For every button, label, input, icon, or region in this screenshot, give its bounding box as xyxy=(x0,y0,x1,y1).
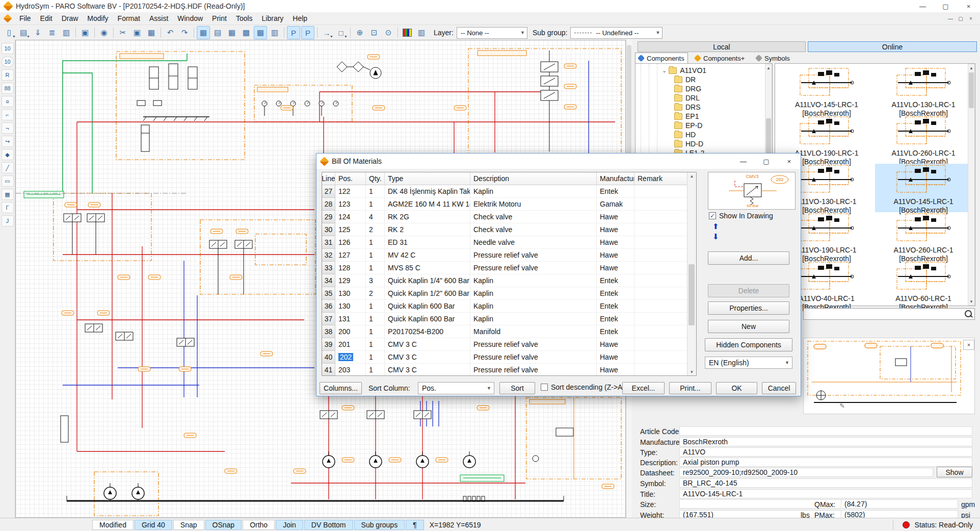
bom-cell-qty[interactable]: 1 xyxy=(366,364,385,376)
bom-cell-rem[interactable] xyxy=(634,211,687,223)
bom-table-row[interactable]: 301252RK 2Check valveHawe xyxy=(322,223,696,236)
scroll-up-icon[interactable]: ▲ xyxy=(765,64,772,71)
undo-icon[interactable]: ↶ xyxy=(164,26,177,39)
bom-cell-type[interactable]: CMV 3 C xyxy=(385,351,470,364)
bom-table-row[interactable]: 341293Quick Kaplin 1/4" 600 BarKaplinEnt… xyxy=(322,274,696,287)
hidden-components-button[interactable]: Hidden Components xyxy=(705,338,792,351)
bom-cell-rem[interactable] xyxy=(634,313,687,325)
menu-item-help[interactable]: Help xyxy=(288,13,312,24)
rect-tool-icon[interactable]: □▼ xyxy=(334,26,348,39)
zoom-extents-icon[interactable]: ⊕ xyxy=(353,26,366,39)
bom-cell-desc[interactable]: Elektrik Motoru xyxy=(470,198,597,211)
grid-dense-icon[interactable]: ▩ xyxy=(240,26,253,39)
bom-table-row[interactable]: 311261ED 31Needle valveHawe xyxy=(322,236,696,249)
grid-medium-icon[interactable]: ▦ xyxy=(225,26,239,39)
reference-tool-icon[interactable]: R xyxy=(2,69,14,81)
bom-table-row[interactable]: 281231AGM2E 160 M 4 11 KW 1450 D/Elektri… xyxy=(322,198,696,211)
hook-left-tool-icon[interactable]: ⌐ xyxy=(2,109,14,120)
menu-item-tools[interactable]: Tools xyxy=(231,13,257,24)
bom-cell-desc[interactable]: Kaplin xyxy=(470,287,597,300)
part-ref-toggle-icon[interactable]: P xyxy=(287,26,300,39)
bom-cell-desc[interactable]: Pressure relief valve xyxy=(470,351,597,364)
ok-button[interactable]: OK xyxy=(716,382,757,394)
bom-cell-type[interactable]: MV 42 C xyxy=(385,249,470,262)
component-card[interactable]: A11LVO-145-LRC-1[BoschRexroth] xyxy=(778,67,875,115)
subgroup-select[interactable]: -- Undefined -- ▼ xyxy=(570,27,663,39)
menu-item-edit[interactable]: Edit xyxy=(36,13,57,24)
bom-column-header[interactable]: Remark xyxy=(634,172,687,185)
bom-cell-rem[interactable] xyxy=(634,223,687,236)
bom-cell-mfr[interactable]: Hawe xyxy=(597,211,634,223)
bom-cell-desc[interactable]: Kaplin xyxy=(470,274,597,287)
status-toggle-ortho[interactable]: Ortho xyxy=(243,520,275,530)
dialog-title-bar[interactable]: Bill Of Materials xyxy=(316,154,801,169)
bom-cell-type[interactable]: Quick Kaplin 600 Bar xyxy=(385,300,470,313)
datasheet-field[interactable]: re92500_2009-10;rd92500_2009-10 xyxy=(679,468,933,477)
bom-cell-rem[interactable] xyxy=(634,300,687,313)
tree-item-root[interactable]: ⌄A11VO1 xyxy=(635,66,706,75)
bom-cell-qty[interactable]: 1 xyxy=(366,351,385,364)
add-button[interactable]: Add... xyxy=(708,251,789,265)
bom-cell-mfr[interactable]: Hawe xyxy=(597,223,634,236)
bom-cell-pos[interactable]: 130 xyxy=(335,300,366,313)
menu-item-draw[interactable]: Draw xyxy=(57,13,83,24)
bom-cell-pos[interactable]: 122 xyxy=(335,185,366,198)
mdi-restore-button[interactable]: ▢ xyxy=(956,14,966,23)
tree-item[interactable]: DRL xyxy=(635,93,700,103)
bom-cell-mfr[interactable]: Entek xyxy=(597,313,634,325)
component-card[interactable]: A11VLO-130-LRC-1[BoschRexroth] xyxy=(875,67,972,115)
bom-cell-rem[interactable] xyxy=(634,274,687,287)
datasheet-show-button[interactable]: Show xyxy=(937,467,972,477)
bom-table-row[interactable]: 321271MV 42 CPressure relief valveHawe xyxy=(322,249,696,262)
menu-item-print[interactable]: Print xyxy=(207,13,231,24)
component-card[interactable]: A11VLO-260-LRC-1[BoschRexroth] xyxy=(875,115,972,164)
bom-cell-pos[interactable]: 125 xyxy=(335,223,366,236)
menu-item-assist[interactable]: Assist xyxy=(145,13,173,24)
sort-descending-checkbox[interactable]: Sort descending (Z->A) xyxy=(541,383,625,391)
bom-table-row[interactable]: 392011CMV 3 CPressure relief valveHawe xyxy=(322,338,696,351)
tree-item[interactable]: HD xyxy=(635,130,696,139)
scrollbar-thumb[interactable] xyxy=(969,72,974,108)
status-toggle-grid-40[interactable]: Grid 40 xyxy=(135,520,172,530)
bom-cell-qty[interactable]: 4 xyxy=(366,211,385,223)
dialog-close-button[interactable]: × xyxy=(778,154,801,169)
properties-button[interactable]: Properties... xyxy=(708,301,789,315)
bom-cell-mfr[interactable]: Hawe xyxy=(597,249,634,262)
bom-cell-qty[interactable]: 1 xyxy=(366,249,385,262)
bom-cell-qty[interactable]: 1 xyxy=(366,236,385,249)
bom-cell-rem[interactable] xyxy=(634,236,687,249)
menu-item-file[interactable]: File xyxy=(15,13,36,24)
grid-10-tool-icon[interactable]: 10 xyxy=(2,43,14,54)
table-tool-icon[interactable]: ▦ xyxy=(2,189,14,200)
bom-cell-desc[interactable]: Pressure relief valve xyxy=(470,338,597,351)
online-tab[interactable]: Online xyxy=(808,41,977,52)
component-card[interactable]: A11VO-60-LRC-1[BoschRexroth] xyxy=(875,261,972,309)
bom-table-scrollbar[interactable]: ▲ ▼ xyxy=(687,172,696,375)
bom-table-row[interactable]: 371311Quick Kaplin 600 BarKaplinEntek xyxy=(322,313,696,325)
bom-cell-type[interactable]: RK 2G xyxy=(385,211,470,223)
tree-item[interactable]: DRS xyxy=(635,103,701,112)
redo-icon[interactable]: ↷ xyxy=(178,26,191,39)
bom-cell-qty[interactable]: 1 xyxy=(366,198,385,211)
bom-cell-mfr[interactable]: Hawe xyxy=(597,351,634,364)
bom-column-header[interactable]: Line xyxy=(322,172,335,185)
grid-small-icon[interactable]: ▤ xyxy=(211,26,224,39)
bom-cell-desc[interactable]: Check valve xyxy=(470,211,597,223)
palette-icon[interactable] xyxy=(401,26,414,39)
maximize-button[interactable]: ▢ xyxy=(934,0,957,12)
bom-cell-pos[interactable]: 201 xyxy=(335,338,366,351)
qmax-field[interactable]: (84.27) xyxy=(841,499,958,509)
bom-cell-pos[interactable]: 202 xyxy=(335,351,366,364)
bom-selected-cell[interactable]: 202 xyxy=(338,353,353,361)
move-up-icon[interactable]: ⬆ xyxy=(712,223,719,230)
paste-icon[interactable]: ▦ xyxy=(145,26,158,39)
bom-table-header[interactable]: LinePos.Qty.TypeDescriptionManufacturerR… xyxy=(322,172,696,185)
scroll-down-icon[interactable]: ▼ xyxy=(687,368,696,375)
bom-column-header[interactable]: Qty. xyxy=(366,172,385,185)
grid-active-icon[interactable]: ▦ xyxy=(254,26,267,39)
zoom-window-icon[interactable]: ⊡ xyxy=(367,26,381,39)
bom-cell-rem[interactable] xyxy=(634,262,687,274)
elbow-tool-icon[interactable]: ↪ xyxy=(2,136,14,147)
bom-cell-rem[interactable] xyxy=(634,325,687,338)
bom-table-row[interactable]: 361301Quick Kaplin 600 BarKaplinEntek xyxy=(322,300,696,313)
